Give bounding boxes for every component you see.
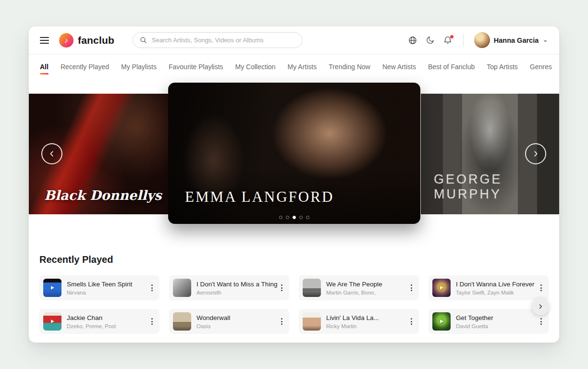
play-icon [432, 279, 451, 297]
hamburger-menu-icon[interactable] [40, 36, 49, 45]
album-art[interactable] [43, 312, 61, 331]
dark-mode-moon-icon[interactable] [426, 36, 435, 45]
recently-played-grid: Smells Like Teen Spirit Nirvana I Don't … [39, 275, 549, 334]
song-artist: Taylor Swift, Zayn Malik [456, 290, 538, 295]
song-title: Livin' La Vida La... [326, 314, 408, 321]
logo-note-glyph: ♪ [64, 37, 68, 44]
song-title: Smells Like Teen Spirit [67, 281, 148, 288]
section-title-recently-played: Recently Played [39, 254, 113, 265]
album-art[interactable] [173, 279, 191, 297]
song-artist: Dzeko, Preme, Post [67, 323, 148, 329]
song-card[interactable]: I Don't Wanna Live Forever Taylor Swift,… [429, 275, 549, 300]
song-artist: David Guetta [456, 323, 538, 329]
song-card[interactable]: Livin' La Vida La... Ricky Martin [299, 309, 419, 334]
tab-trending-now[interactable]: Trending Now [329, 63, 370, 71]
tab-my-collection[interactable]: My Collection [235, 63, 276, 71]
song-title: I Don't Want to Miss a Thing [196, 281, 278, 288]
kebab-menu-icon[interactable] [408, 316, 415, 327]
user-avatar[interactable] [474, 32, 490, 48]
album-art[interactable] [173, 312, 191, 331]
tab-recently-played[interactable]: Recently Played [61, 63, 109, 71]
tab-top-artists[interactable]: Top Artists [487, 63, 518, 71]
song-card[interactable]: I Don't Want to Miss a Thing Aerosmith [169, 275, 289, 300]
carousel-dots [168, 216, 420, 219]
tab-my-playlists[interactable]: My Playlists [121, 63, 157, 71]
notifications-bell-icon[interactable] [443, 36, 453, 45]
brand-name: fanclub [78, 35, 114, 46]
kebab-menu-icon[interactable] [148, 282, 156, 294]
kebab-menu-icon[interactable] [278, 282, 285, 294]
album-art[interactable] [303, 279, 321, 297]
kebab-menu-icon[interactable] [538, 282, 545, 294]
slide-artist-name: EMMA LANGFORD [185, 188, 334, 206]
carousel-prev-button[interactable] [41, 143, 62, 164]
carousel-slide-emma-langford[interactable]: EMMA LANGFORD [168, 83, 420, 224]
album-art[interactable] [303, 312, 321, 331]
recently-played-scroll-next-button[interactable] [532, 298, 549, 315]
carousel-dot[interactable] [279, 216, 282, 219]
chevron-down-icon: ⌄ [542, 36, 548, 43]
song-card[interactable]: Wonderwall Oasis [169, 309, 289, 334]
album-art[interactable] [43, 279, 61, 297]
app-window: ♪ fanclub [29, 26, 559, 343]
header-divider [463, 34, 464, 47]
play-icon [43, 279, 61, 297]
slide-artist-name: Black Donnellys [44, 188, 161, 203]
kebab-menu-icon[interactable] [538, 316, 545, 327]
header-actions: Hanna Garcia ⌄ [408, 32, 548, 48]
song-title: Get Together [456, 314, 538, 321]
tab-all[interactable]: All [40, 63, 49, 71]
kebab-menu-icon[interactable] [278, 316, 285, 327]
play-icon [43, 312, 61, 331]
carousel-next-button[interactable] [525, 143, 546, 164]
song-card[interactable]: Jackie Chan Dzeko, Preme, Post [39, 309, 159, 334]
carousel-dot-active[interactable] [293, 216, 296, 219]
song-title: Wonderwall [196, 314, 278, 321]
tab-new-artists[interactable]: New Artists [382, 63, 416, 71]
song-artist: Ricky Martin [326, 323, 408, 329]
search-bar[interactable] [133, 32, 303, 48]
user-menu[interactable]: Hanna Garcia ⌄ [474, 32, 548, 48]
song-card[interactable]: Smells Like Teen Spirit Nirvana [39, 275, 159, 300]
song-title: Jackie Chan [67, 314, 148, 321]
tab-genres[interactable]: Genres [530, 63, 552, 71]
song-card[interactable]: We Are The People Martin Garrix, Bono, [299, 275, 419, 300]
song-artist: Martin Garrix, Bono, [326, 290, 408, 295]
search-icon [139, 36, 147, 44]
slide-artist-name: GEORGE MURPHY [434, 172, 559, 202]
category-tabs: All Recently Played My Playlists Favouri… [29, 54, 559, 79]
tab-my-artists[interactable]: My Artists [288, 63, 317, 71]
album-art[interactable] [432, 312, 451, 331]
song-title: I Don't Wanna Live Forever [456, 281, 538, 288]
song-artist: Nirvana [67, 290, 148, 295]
song-artist: Aerosmith [196, 290, 278, 295]
kebab-menu-icon[interactable] [148, 316, 156, 327]
search-input[interactable] [152, 37, 296, 44]
song-title: We Are The People [326, 281, 408, 288]
album-art[interactable] [432, 279, 451, 297]
featured-artist-carousel: Black Donnellys GEORGE MURPHY EMMA LANGF… [29, 79, 559, 229]
globe-icon[interactable] [408, 36, 417, 45]
song-artist: Oasis [196, 323, 278, 329]
fanclub-logo-icon[interactable]: ♪ [59, 33, 74, 48]
kebab-menu-icon[interactable] [408, 282, 415, 294]
carousel-dot[interactable] [299, 216, 303, 219]
app-header: ♪ fanclub [29, 26, 559, 54]
carousel-dot[interactable] [306, 216, 309, 219]
song-card[interactable]: Get Together David Guetta [429, 309, 549, 334]
tab-favourite-playlists[interactable]: Favourite Playlists [169, 63, 223, 71]
user-name: Hanna Garcia [494, 37, 539, 44]
carousel-dot[interactable] [286, 216, 289, 219]
notification-badge-dot [450, 35, 453, 38]
play-icon [432, 312, 451, 331]
tab-best-of-fanclub[interactable]: Best of Fanclub [428, 63, 475, 71]
